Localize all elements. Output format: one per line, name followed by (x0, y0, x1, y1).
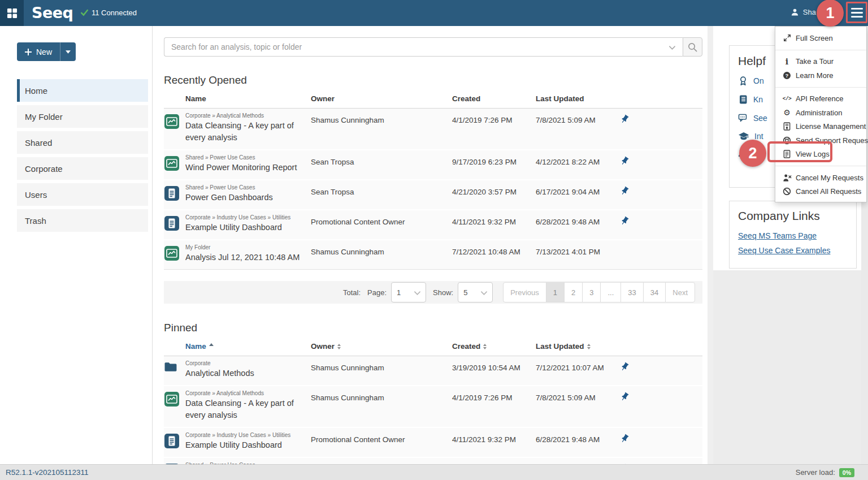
search-input[interactable] (164, 37, 683, 57)
pin-button[interactable] (620, 356, 702, 385)
item-updated: 4/12/2021 8:22 AM (536, 150, 620, 179)
company-links-title: Company Links (738, 209, 856, 223)
question-circle-icon: ? (783, 72, 791, 79)
rail-background (713, 270, 861, 464)
sidebar-item-my-folder[interactable]: My Folder (17, 105, 148, 128)
show-select[interactable]: 5 (458, 282, 493, 302)
item-name-link[interactable]: Data Cleansing - A key part of every ana… (185, 397, 301, 421)
menu-item-label: License Management (796, 122, 866, 131)
menu-item-label: Take a Tour (796, 57, 834, 66)
show-select-value: 5 (463, 288, 467, 297)
menu-item-administration[interactable]: ⚙Administration (775, 106, 866, 120)
recently-opened-title: Recently Opened (164, 74, 702, 87)
page-select[interactable]: 1 (391, 282, 426, 302)
menu-item-license-management[interactable]: License Management (775, 120, 866, 134)
pin-button[interactable] (620, 109, 702, 149)
sidebar-item-users[interactable]: Users (17, 183, 148, 206)
menu-item-cancel-all-requests[interactable]: Cancel All Requests (775, 185, 866, 199)
menu-item-learn-more[interactable]: ?Learn More (775, 68, 866, 83)
gear-icon: ⚙ (783, 108, 791, 117)
sort-header-updated[interactable]: Last Updated (536, 342, 620, 351)
page-ellipsis: ... (600, 282, 621, 302)
annotation-step-1-badge: 1 (817, 0, 844, 27)
info-icon: i (785, 57, 788, 66)
chevron-down-icon (414, 288, 420, 297)
page-button-2[interactable]: 2 (564, 282, 583, 302)
item-updated: 7/12/2021 10:07 AM (536, 356, 620, 385)
sort-header-owner[interactable]: Owner (311, 342, 452, 351)
pin-button[interactable] (620, 210, 702, 239)
pin-icon (620, 216, 630, 226)
sidebar-item-label: Home (25, 86, 47, 96)
pin-button[interactable] (620, 428, 702, 457)
analysis-icon (164, 109, 185, 149)
menu-item-label: Full Screen (796, 34, 833, 42)
item-path[interactable]: Shared » Power Use Cases (185, 184, 301, 192)
page-button-33[interactable]: 33 (620, 282, 643, 302)
menu-item-full-screen[interactable]: Full Screen (775, 31, 866, 45)
user-menu[interactable]: Sha (791, 8, 816, 16)
pinned-header: Name Owner Created Last Updated (164, 342, 702, 356)
seeq-logo: Seeq (32, 4, 73, 21)
analysis-icon (164, 386, 185, 427)
pin-icon (620, 392, 630, 401)
table-row: Shared » Power Use CasesPower Gen Dashbo… (164, 179, 702, 209)
app-switcher-button[interactable] (0, 0, 24, 26)
main-scrollbar[interactable] (708, 26, 713, 464)
item-path[interactable]: Shared » Power Use Cases (185, 154, 301, 162)
version-label: R52.1.1-v202105112311 (6, 468, 89, 477)
pin-icon (620, 434, 630, 443)
company-link-use-cases[interactable]: Seeq Use Case Examples (738, 246, 856, 255)
sidebar-item-shared[interactable]: Shared (17, 131, 148, 154)
menu-item-cancel-my-requests[interactable]: Cancel My Requests (775, 171, 866, 185)
item-created: 4/11/2021 9:32 PM (452, 428, 536, 457)
search-button[interactable] (683, 37, 702, 57)
new-button-main[interactable]: New (17, 42, 60, 61)
menu-item-api-reference[interactable]: </>API Reference (775, 92, 866, 106)
page-button-3[interactable]: 3 (582, 282, 601, 302)
new-button-dropdown[interactable] (60, 42, 76, 61)
item-path[interactable]: Corporate » Industry Use Cases » Utiliti… (185, 431, 301, 439)
sort-header-created[interactable]: Created (452, 342, 536, 351)
new-button[interactable]: New (17, 42, 76, 61)
page-button-1[interactable]: 1 (546, 282, 565, 302)
pagination-bar: Total: Page: 1 Show: 5 Previous 1 2 3 ..… (164, 281, 702, 304)
sort-icon (587, 344, 591, 349)
item-path[interactable]: Corporate » Analytical Methods (185, 112, 301, 120)
item-name-link[interactable]: Wind Power Monitoring Report (185, 162, 301, 174)
chevron-down-icon (481, 288, 487, 297)
page-button-34[interactable]: 34 (643, 282, 666, 302)
item-created: 4/1/2019 7:26 PM (452, 109, 536, 149)
table-row: CorporateAnalytical Methods Shamus Cunni… (164, 356, 702, 385)
item-name-link[interactable]: Example Utility Dashboard (185, 222, 301, 233)
item-owner: Shamus Cunningham (311, 386, 452, 427)
pin-button[interactable] (620, 386, 702, 427)
item-name-link[interactable]: Analytical Methods (185, 367, 301, 379)
column-header-updated: Last Updated (536, 94, 620, 103)
company-link-teams[interactable]: Seeq MS Teams Page (738, 231, 856, 240)
sidebar-item-home[interactable]: Home (17, 79, 148, 102)
menu-item-label: API Reference (796, 94, 844, 103)
item-path[interactable]: My Folder (185, 244, 301, 252)
next-page-button[interactable]: Next (665, 282, 695, 302)
sidebar-item-corporate[interactable]: Corporate (17, 157, 148, 180)
sidebar-item-trash[interactable]: Trash (17, 209, 148, 232)
item-path[interactable]: Corporate » Industry Use Cases » Utiliti… (185, 214, 301, 222)
item-name-link[interactable]: Power Gen Dashboards (185, 192, 301, 204)
item-name-link[interactable]: Example Utility Dashboard (185, 439, 301, 451)
item-path[interactable]: Corporate (185, 360, 301, 367)
item-path[interactable]: Corporate » Analytical Methods (185, 390, 301, 397)
previous-page-button[interactable]: Previous (503, 282, 546, 302)
topic-icon (164, 210, 185, 239)
menu-item-take-a-tour[interactable]: iTake a Tour (775, 55, 866, 69)
seeq-home-screen: Seeq 11 Connected Sha New Home My Folder… (0, 0, 868, 480)
total-label: Total: (343, 288, 361, 297)
pin-button[interactable] (620, 180, 702, 209)
sort-header-name[interactable]: Name (185, 342, 311, 351)
item-name-link[interactable]: Analysis Jul 12, 2021 10:48 AM (185, 252, 301, 263)
item-name-link[interactable]: Data Cleansing - A key part of every ana… (185, 120, 301, 144)
page-select-value: 1 (397, 288, 401, 297)
pin-icon (620, 186, 630, 196)
hamburger-menu-button[interactable] (851, 8, 863, 18)
pin-button[interactable] (620, 150, 702, 179)
